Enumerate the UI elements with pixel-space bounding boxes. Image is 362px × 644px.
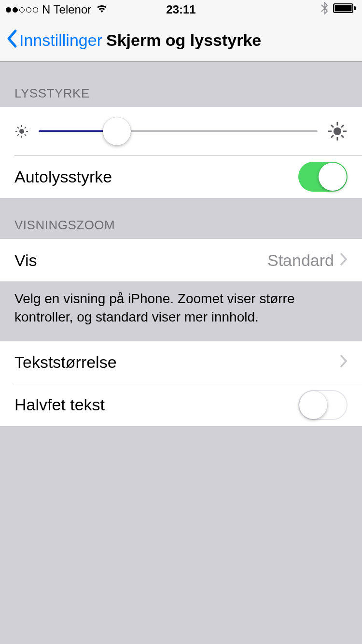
nav-bar: Innstillinger Skjerm og lysstyrke [0, 19, 362, 62]
svg-line-17 [331, 125, 334, 127]
back-label: Innstillinger [19, 31, 102, 50]
wifi-icon [95, 3, 109, 16]
display-zoom-section-header: VISNINGSZOOM [0, 198, 362, 238]
svg-point-3 [19, 129, 24, 134]
svg-line-18 [341, 135, 344, 138]
bluetooth-icon [320, 2, 328, 17]
clock-label: 23:11 [166, 3, 195, 16]
brightness-section-header: LYSSTYRKE [0, 62, 362, 107]
status-bar: N Telenor 23:11 [0, 0, 362, 19]
svg-point-12 [334, 127, 341, 135]
text-size-label: Tekststørrelse [14, 353, 117, 372]
svg-rect-1 [335, 5, 352, 12]
toggle-knob [299, 391, 327, 419]
svg-line-9 [25, 134, 26, 136]
bold-text-toggle[interactable] [298, 390, 348, 420]
brightness-slider[interactable] [39, 130, 318, 132]
brightness-slider-cell [0, 107, 362, 155]
chevron-right-icon [340, 353, 348, 372]
signal-strength-icon [6, 7, 38, 13]
view-value: Standard [267, 251, 334, 270]
battery-icon [333, 3, 356, 16]
back-button[interactable]: Innstillinger [6, 29, 102, 52]
carrier-label: N Telenor [42, 3, 91, 16]
text-group: Tekststørrelse Halvfet tekst [0, 341, 362, 427]
svg-line-8 [17, 127, 19, 128]
brightness-group: Autolysstyrke [0, 107, 362, 198]
text-size-cell[interactable]: Tekststørrelse [0, 341, 362, 384]
page-title: Skjerm og lysstyrke [106, 31, 261, 50]
auto-brightness-label: Autolysstyrke [14, 168, 112, 186]
svg-line-10 [17, 134, 19, 136]
view-label: Vis [14, 251, 37, 270]
brightness-high-icon [327, 121, 348, 141]
auto-brightness-cell: Autolysstyrke [0, 155, 362, 198]
toggle-knob [319, 163, 347, 191]
chevron-right-icon [340, 251, 348, 270]
view-cell[interactable]: Vis Standard [0, 239, 362, 281]
bold-text-cell: Halvfet tekst [0, 384, 362, 426]
brightness-low-icon [14, 124, 29, 139]
status-right [320, 2, 356, 17]
display-zoom-footer: Velg en visning på iPhone. Zoomet viser … [0, 282, 362, 341]
bold-text-label: Halvfet tekst [14, 395, 105, 414]
svg-line-11 [25, 127, 26, 128]
display-zoom-group: Vis Standard [0, 238, 362, 282]
svg-rect-2 [354, 6, 356, 10]
svg-line-19 [331, 135, 334, 138]
chevron-left-icon [6, 29, 17, 52]
auto-brightness-toggle[interactable] [298, 162, 348, 192]
status-left: N Telenor [6, 3, 109, 16]
slider-thumb[interactable] [103, 117, 131, 145]
svg-line-20 [341, 125, 344, 127]
